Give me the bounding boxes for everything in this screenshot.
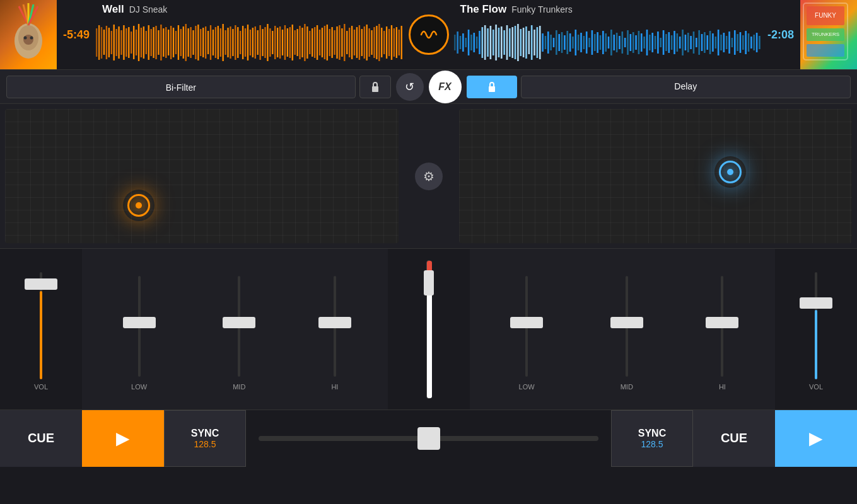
crossfader-track[interactable] bbox=[259, 436, 598, 441]
svg-rect-157 bbox=[517, 24, 519, 61]
svg-rect-243 bbox=[753, 35, 755, 50]
svg-rect-203 bbox=[643, 37, 645, 49]
deck-right-title: The Flow bbox=[460, 3, 507, 16]
vol-left-handle[interactable] bbox=[25, 278, 57, 290]
svg-rect-153 bbox=[506, 25, 508, 60]
svg-rect-204 bbox=[646, 30, 648, 55]
svg-rect-142 bbox=[475, 37, 477, 49]
eq-left-low-handle[interactable] bbox=[123, 317, 156, 328]
svg-rect-192 bbox=[613, 35, 615, 50]
svg-rect-145 bbox=[484, 25, 486, 60]
svg-rect-222 bbox=[696, 38, 697, 47]
vol-right-track[interactable] bbox=[815, 272, 817, 379]
deck-left-info-overlay: Well DJ Sneak bbox=[96, 3, 403, 16]
master-fader-section bbox=[388, 249, 470, 410]
fx-right-lock[interactable] bbox=[467, 76, 517, 98]
svg-rect-219 bbox=[687, 33, 689, 52]
eq-right-hi-track[interactable] bbox=[721, 276, 723, 377]
svg-rect-163 bbox=[533, 30, 535, 55]
pad-left-knob[interactable] bbox=[123, 190, 154, 221]
eq-right-hi-label: HI bbox=[719, 383, 726, 391]
svg-rect-161 bbox=[528, 31, 530, 54]
master-fader-handle[interactable] bbox=[424, 270, 434, 295]
eq-right-low-track[interactable] bbox=[525, 276, 528, 377]
cue-left-btn[interactable]: CUE bbox=[0, 410, 82, 467]
svg-rect-103 bbox=[327, 25, 328, 60]
svg-rect-150 bbox=[498, 28, 499, 57]
sync-right-btn[interactable]: SYNC 128.5 bbox=[611, 410, 693, 467]
play-left-btn[interactable]: ▶ bbox=[82, 410, 164, 467]
eq-right-mid-handle[interactable] bbox=[610, 317, 643, 328]
eq-left-mid-handle[interactable] bbox=[223, 317, 255, 328]
svg-rect-87 bbox=[287, 28, 288, 57]
sync-left-btn[interactable]: SYNC 128.5 bbox=[164, 410, 246, 467]
svg-point-9 bbox=[30, 37, 33, 40]
gear-btn[interactable]: ⚙ bbox=[415, 163, 443, 190]
deck-left-waveform[interactable]: Well DJ Sneak bbox=[96, 0, 403, 69]
vol-left-section: VOL bbox=[0, 249, 82, 410]
svg-rect-95 bbox=[306, 26, 308, 59]
deck-left-artist: DJ Sneak bbox=[129, 4, 168, 14]
svg-rect-244 bbox=[755, 33, 757, 52]
fx-label[interactable]: FX bbox=[429, 71, 462, 103]
cue-left-label: CUE bbox=[28, 431, 54, 445]
svg-rect-136 bbox=[459, 36, 461, 49]
svg-rect-208 bbox=[657, 32, 659, 54]
svg-rect-68 bbox=[240, 31, 241, 54]
eq-left-low-track[interactable] bbox=[138, 276, 141, 377]
svg-rect-34 bbox=[155, 26, 156, 59]
vol-right-handle[interactable] bbox=[800, 297, 832, 309]
svg-rect-81 bbox=[272, 31, 273, 54]
cue-right-label: CUE bbox=[721, 431, 747, 445]
svg-rect-63 bbox=[227, 28, 228, 57]
svg-rect-96 bbox=[309, 31, 310, 54]
svg-rect-189 bbox=[605, 33, 607, 52]
eq-left-mid-track[interactable] bbox=[238, 276, 240, 377]
svg-rect-179 bbox=[577, 35, 579, 50]
eq-right-mid-track[interactable] bbox=[626, 276, 628, 377]
svg-rect-16 bbox=[111, 31, 112, 54]
svg-rect-249 bbox=[807, 44, 844, 57]
svg-rect-226 bbox=[706, 35, 708, 50]
pad-left[interactable] bbox=[5, 109, 399, 243]
eq-right-low-handle[interactable] bbox=[510, 317, 543, 328]
pad-right-knob-pos bbox=[714, 156, 746, 188]
deck-right-waveform[interactable]: The Flow Funky Trunkers bbox=[454, 0, 761, 69]
crossfader-handle[interactable] bbox=[417, 427, 440, 450]
fx-reload-btn[interactable]: ↺ bbox=[396, 73, 424, 101]
fx-bifilter-btn[interactable]: Bi-Filter bbox=[6, 76, 356, 98]
logo-circle bbox=[409, 14, 449, 55]
pad-right-knob-dot bbox=[727, 169, 733, 175]
deck-left-timer-wrap: -5:49 bbox=[57, 0, 96, 69]
pad-area: ⚙ bbox=[0, 104, 857, 249]
svg-rect-64 bbox=[230, 26, 231, 59]
svg-rect-200 bbox=[635, 35, 637, 50]
eq-right-hi-handle[interactable] bbox=[706, 317, 738, 328]
svg-rect-72 bbox=[250, 30, 251, 55]
fx-left-lock[interactable] bbox=[359, 76, 391, 98]
vol-left-track[interactable] bbox=[40, 272, 42, 379]
eq-left-hi-track[interactable] bbox=[334, 276, 336, 377]
vol-left-fill bbox=[40, 291, 42, 379]
svg-rect-107 bbox=[336, 26, 337, 59]
pad-right[interactable] bbox=[459, 109, 853, 243]
svg-rect-119 bbox=[366, 25, 368, 60]
eq-left-hi-handle[interactable] bbox=[318, 317, 351, 328]
svg-rect-25 bbox=[133, 26, 134, 59]
svg-rect-159 bbox=[522, 28, 524, 57]
play-right-btn[interactable]: ▶ bbox=[775, 410, 857, 467]
pad-right-knob[interactable] bbox=[714, 156, 746, 188]
eq-left-mid-label: MID bbox=[233, 383, 245, 391]
svg-rect-88 bbox=[289, 27, 291, 58]
deck-left-waveform-svg bbox=[96, 22, 403, 63]
eq-right-hi: HI bbox=[719, 276, 726, 391]
svg-rect-190 bbox=[607, 37, 609, 49]
svg-rect-78 bbox=[264, 27, 265, 58]
svg-rect-223 bbox=[698, 30, 700, 55]
svg-rect-146 bbox=[487, 28, 489, 57]
master-fader-track[interactable] bbox=[426, 260, 431, 399]
cue-right-btn[interactable]: CUE bbox=[693, 410, 775, 467]
fx-delay-btn[interactable]: Delay bbox=[521, 76, 851, 98]
svg-rect-104 bbox=[329, 29, 330, 56]
svg-rect-73 bbox=[252, 28, 254, 57]
